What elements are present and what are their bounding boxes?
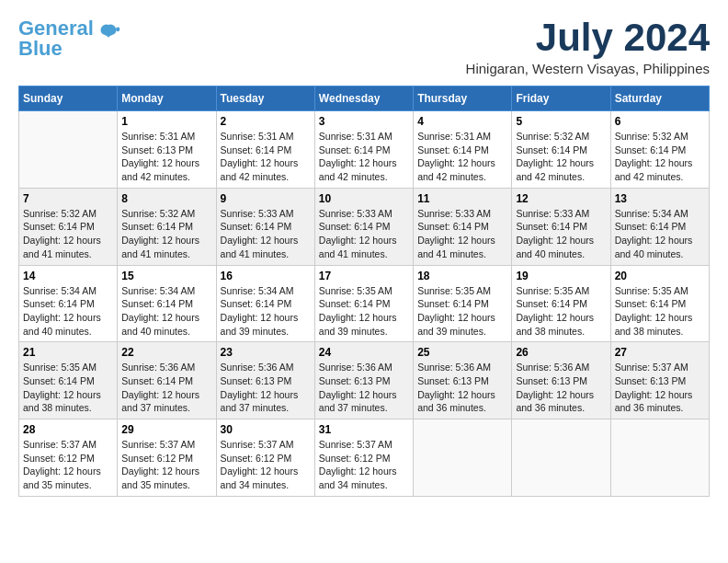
day-info-line: Daylight: 12 hours [121,157,199,168]
day-number: 23 [221,346,311,359]
day-info-line: Daylight: 12 hours [417,157,495,168]
logo-text: GeneralBlue [18,18,94,59]
calendar-cell: 18Sunrise: 5:35 AMSunset: 6:14 PMDayligh… [414,265,512,342]
day-info-line: Sunrise: 5:32 AM [121,208,195,219]
day-info-line: and 39 minutes. [221,326,290,337]
day-info-line: Sunrise: 5:36 AM [417,362,491,373]
day-info: Sunrise: 5:33 AMSunset: 6:14 PMDaylight:… [417,207,507,261]
day-info-line: and 40 minutes. [516,248,585,259]
day-info-line: and 37 minutes. [319,402,388,413]
day-info-line: Daylight: 12 hours [221,465,299,477]
day-info-line: Daylight: 12 hours [221,389,299,400]
day-number: 17 [319,270,409,282]
day-number: 22 [121,346,211,359]
weekday-header: Monday [118,86,216,111]
day-info-line: Daylight: 12 hours [516,312,594,323]
calendar-table: SundayMondayTuesdayWednesdayThursdayFrid… [18,86,710,497]
day-info-line: Sunset: 6:14 PM [221,221,292,232]
day-info-line: Daylight: 12 hours [417,312,495,323]
day-info-line: Sunset: 6:14 PM [221,144,292,155]
day-info-line: Daylight: 12 hours [121,235,199,246]
day-info-line: Sunset: 6:14 PM [23,221,95,232]
day-number: 15 [121,270,211,282]
day-number: 16 [221,270,311,282]
calendar-cell [512,419,610,497]
day-info-line: and 41 minutes. [23,248,92,259]
day-info-line: and 37 minutes. [221,402,290,413]
day-info-line: Daylight: 12 hours [23,389,101,400]
day-info-line: Sunset: 6:14 PM [615,298,687,309]
logo-bird-icon [96,21,121,47]
day-info-line: Daylight: 12 hours [319,235,397,246]
day-info-line: Sunrise: 5:35 AM [417,285,491,296]
day-info: Sunrise: 5:31 AMSunset: 6:13 PMDaylight:… [121,130,211,184]
calendar-week-row: 7Sunrise: 5:32 AMSunset: 6:14 PMDaylight… [19,188,710,265]
day-info: Sunrise: 5:31 AMSunset: 6:14 PMDaylight:… [417,130,507,184]
calendar-cell: 24Sunrise: 5:36 AMSunset: 6:13 PMDayligh… [314,342,413,419]
day-info-line: and 34 minutes. [221,479,290,490]
day-info: Sunrise: 5:34 AMSunset: 6:14 PMDaylight:… [615,207,705,261]
day-info-line: Sunrise: 5:31 AM [417,131,491,142]
day-info: Sunrise: 5:36 AMSunset: 6:13 PMDaylight:… [221,361,311,415]
calendar-week-row: 1Sunrise: 5:31 AMSunset: 6:13 PMDaylight… [19,111,710,189]
month-title: July 2024 [466,18,710,57]
calendar-cell: 30Sunrise: 5:37 AMSunset: 6:12 PMDayligh… [216,419,314,497]
day-info: Sunrise: 5:33 AMSunset: 6:14 PMDaylight:… [319,207,409,261]
day-info-line: Sunrise: 5:35 AM [615,285,688,296]
day-number: 12 [516,192,606,205]
day-info-line: Daylight: 12 hours [516,235,594,246]
day-info-line: and 38 minutes. [23,402,92,413]
day-info-line: Sunset: 6:13 PM [516,375,587,386]
day-info-line: Daylight: 12 hours [615,389,693,400]
day-info-line: Sunset: 6:14 PM [23,375,95,386]
day-info-line: Sunrise: 5:33 AM [417,208,491,219]
day-info: Sunrise: 5:32 AMSunset: 6:14 PMDaylight:… [615,130,705,184]
day-info-line: Sunrise: 5:37 AM [121,439,195,450]
day-number: 8 [121,192,211,205]
day-info-line: Daylight: 12 hours [121,389,199,400]
calendar-cell: 23Sunrise: 5:36 AMSunset: 6:13 PMDayligh… [216,342,314,419]
day-info: Sunrise: 5:37 AMSunset: 6:12 PMDaylight:… [319,438,409,492]
calendar-cell: 20Sunrise: 5:35 AMSunset: 6:14 PMDayligh… [610,265,709,342]
day-info-line: Sunrise: 5:37 AM [615,362,688,373]
day-number: 5 [516,115,606,128]
day-info-line: and 40 minutes. [615,248,684,259]
day-info: Sunrise: 5:33 AMSunset: 6:14 PMDaylight:… [221,207,311,261]
calendar-cell: 16Sunrise: 5:34 AMSunset: 6:14 PMDayligh… [216,265,314,342]
calendar-cell: 26Sunrise: 5:36 AMSunset: 6:13 PMDayligh… [512,342,610,419]
calendar-cell [414,419,512,497]
logo: GeneralBlue [18,18,121,59]
day-info-line: and 38 minutes. [615,326,684,337]
day-info-line: and 35 minutes. [121,479,190,490]
day-info: Sunrise: 5:35 AMSunset: 6:14 PMDaylight:… [615,284,705,339]
calendar-cell: 2Sunrise: 5:31 AMSunset: 6:14 PMDaylight… [216,111,314,189]
calendar-cell: 6Sunrise: 5:32 AMSunset: 6:14 PMDaylight… [610,111,709,189]
weekday-header-row: SundayMondayTuesdayWednesdayThursdayFrid… [19,86,710,111]
day-info-line: Sunset: 6:14 PM [417,144,489,155]
day-info-line: and 35 minutes. [23,479,92,490]
day-info-line: Sunrise: 5:31 AM [121,131,195,142]
day-number: 14 [23,270,113,282]
day-info-line: and 36 minutes. [516,402,585,413]
day-number: 4 [417,115,507,128]
weekday-header: Thursday [414,86,512,111]
day-info-line: and 42 minutes. [615,171,684,182]
day-info-line: and 40 minutes. [23,326,92,337]
day-info-line: Daylight: 12 hours [516,389,594,400]
day-info-line: Sunrise: 5:32 AM [615,131,688,142]
day-number: 6 [615,115,705,128]
day-number: 13 [615,192,705,205]
day-info-line: Sunrise: 5:36 AM [516,362,589,373]
day-info: Sunrise: 5:35 AMSunset: 6:14 PMDaylight:… [516,284,606,339]
day-info-line: Sunset: 6:14 PM [516,221,587,232]
day-info-line: Sunrise: 5:33 AM [516,208,589,219]
day-info: Sunrise: 5:36 AMSunset: 6:13 PMDaylight:… [319,361,409,415]
day-number: 31 [319,423,409,436]
calendar-cell: 28Sunrise: 5:37 AMSunset: 6:12 PMDayligh… [19,419,118,497]
day-info: Sunrise: 5:36 AMSunset: 6:13 PMDaylight:… [516,361,606,415]
calendar-cell: 11Sunrise: 5:33 AMSunset: 6:14 PMDayligh… [414,188,512,265]
day-info-line: and 41 minutes. [417,248,486,259]
day-info: Sunrise: 5:34 AMSunset: 6:14 PMDaylight:… [23,284,113,339]
day-info-line: and 42 minutes. [121,171,190,182]
day-number: 18 [417,270,507,282]
